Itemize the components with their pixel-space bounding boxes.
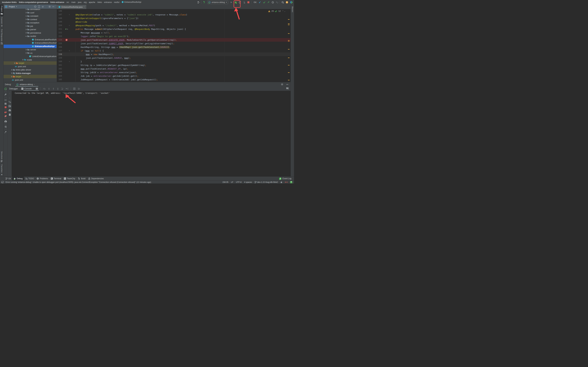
close-icon[interactable]: × <box>34 84 35 85</box>
breadcrumb-item[interactable]: apache <box>88 1 95 3</box>
tree-item-entrancelabelrestfulapi[interactable]: CEntranceLabelRestfulApi <box>4 38 57 41</box>
arrow-up-icon[interactable]: ↑ <box>8 92 11 95</box>
stripe-tab-favorites[interactable]: Favorites★ <box>0 163 3 177</box>
breadcrumb-item[interactable]: incubator-linkis <box>2 1 17 3</box>
tree-item-persistence[interactable]: persistence <box>4 31 57 35</box>
hide-panel-icon[interactable] <box>286 84 288 85</box>
step-over-icon[interactable] <box>43 88 46 90</box>
wrench-icon[interactable] <box>4 93 7 96</box>
soft-wrap-icon[interactable] <box>8 100 11 103</box>
gear-icon[interactable] <box>48 5 51 8</box>
error-stripe-mark[interactable] <box>288 41 290 42</box>
fold-marker-icon[interactable]: ∨ <box>69 14 70 16</box>
tree-item-entrancemetricrestfulapi[interactable]: CEntranceMetricRestfulApi <box>4 41 57 45</box>
drop-frame-icon[interactable] <box>61 88 64 90</box>
code-line-158[interactable]: 158 map = new HashMap<>(); <box>57 52 291 56</box>
layout-settings-icon[interactable] <box>286 87 289 90</box>
collapse-all-icon[interactable] <box>42 5 44 8</box>
tree-item-target[interactable]: target <box>4 61 57 65</box>
toolwindow-toggle-icon[interactable] <box>1 181 4 183</box>
error-stripe-mark[interactable] <box>288 24 290 24</box>
teamcity-run-button[interactable]: TC <box>242 0 246 4</box>
chevron-right-icon[interactable] <box>25 49 27 50</box>
error-stripe-mark[interactable] <box>288 80 290 80</box>
gear-icon[interactable] <box>281 83 283 86</box>
code-with-me-icon[interactable] <box>289 0 293 4</box>
indent-setting[interactable]: 4 spaces <box>244 181 252 183</box>
code-line-150[interactable]: 150∧ @RequestMapping(path = "/submit", m… <box>57 24 291 27</box>
translation-plugin-icon[interactable]: T <box>290 181 292 183</box>
hamburger-icon[interactable] <box>36 88 38 90</box>
build-hammer-icon[interactable] <box>202 0 206 4</box>
step-out-icon[interactable] <box>57 88 59 90</box>
chevron-right-icon[interactable] <box>25 52 27 54</box>
toolwindow-button-git[interactable]: Git <box>4 177 12 181</box>
tree-item-server[interactable]: server <box>4 48 57 51</box>
override-marker-icon[interactable]: @ <box>65 28 68 30</box>
tree-item-job[interactable]: job <box>4 25 57 28</box>
chevron-right-icon[interactable] <box>25 22 27 24</box>
tree-item-scala[interactable]: scala <box>4 58 57 61</box>
step-into-icon[interactable] <box>48 88 50 90</box>
git-push-button[interactable] <box>266 0 270 4</box>
code-line-156[interactable]: 156 HashMap<String, String> map = (HashM… <box>57 45 291 49</box>
status-message[interactable]: Error running 'entance-debug': Unable to… <box>6 181 151 183</box>
git-history-button[interactable] <box>270 0 275 4</box>
tree-item-constant[interactable]: constant <box>4 14 57 18</box>
toolwindow-button-dependencies[interactable]: Dependencies <box>87 177 105 181</box>
rerun-icon[interactable] <box>4 88 7 90</box>
fold-marker-icon[interactable]: ∨ <box>69 50 70 51</box>
chevron-right-icon[interactable] <box>22 59 24 60</box>
chevron-down-icon[interactable] <box>25 36 27 37</box>
view-breakpoints-icon[interactable] <box>4 111 7 114</box>
tree-item-linkis-jdbc-driver[interactable]: linkis-jdbc-driver <box>4 68 57 72</box>
breadcrumb-item[interactable]: linkis-computation-governance <box>18 1 48 3</box>
arrow-down-icon[interactable]: ↓ <box>8 96 11 99</box>
ide-update-icon[interactable] <box>285 0 289 4</box>
chevron-down-icon[interactable]: ▼ <box>16 6 17 7</box>
breadcrumb-item[interactable]: linkis <box>97 1 102 3</box>
tree-item-context[interactable]: context <box>4 18 57 21</box>
show-execution-point-icon[interactable] <box>78 88 80 90</box>
run-button[interactable] <box>229 0 234 4</box>
code-line-165[interactable]: 165 JobRequest jobRequest = ((EntranceJo… <box>57 78 291 81</box>
pin-icon[interactable] <box>4 131 7 133</box>
expand-all-icon[interactable] <box>38 5 40 8</box>
close-icon[interactable]: × <box>84 6 84 8</box>
chevron-right-icon[interactable] <box>25 18 27 20</box>
user-menu-button[interactable] <box>196 0 201 4</box>
chevron-right-icon[interactable] <box>25 9 27 10</box>
chevron-right-icon[interactable] <box>13 62 16 64</box>
stripe-tab-pull-requests[interactable]: Pull Requests <box>0 28 3 46</box>
resume-icon[interactable] <box>4 99 7 101</box>
run-configuration-select[interactable]: entance-debug ▼ <box>207 0 228 4</box>
code-line-155[interactable]: 155 json.put(TaskConstant.SUBMIT_USER, S… <box>57 42 291 45</box>
toolwindow-button-teamcity[interactable]: TCTeamCity <box>62 177 76 181</box>
git-update-button[interactable] <box>258 0 262 4</box>
locate-file-icon[interactable] <box>34 5 36 8</box>
git-rollback-button[interactable] <box>275 0 279 4</box>
plugin-highlight-icon[interactable] <box>285 181 287 183</box>
tree-item-conf[interactable]: conf <box>4 11 57 14</box>
maven-tab[interactable]: Maven <box>291 5 294 13</box>
error-stripe[interactable] <box>288 9 290 82</box>
breakpoint-icon[interactable] <box>65 39 68 41</box>
toolwindow-button-terminal[interactable]: Terminal <box>49 177 62 181</box>
debugger-tab[interactable]: Debugger <box>8 87 19 91</box>
stop-button[interactable] <box>246 0 251 4</box>
tree-item-parser[interactable]: parser <box>4 28 57 31</box>
next-problem-icon[interactable]: ⌄ <box>284 10 285 12</box>
breadcrumb-item[interactable]: restful <box>114 1 120 3</box>
code-line-154[interactable]: 154 json.put(TaskConstant.EXECUTE_USER, … <box>57 38 291 42</box>
tree-item-pom.xml[interactable]: mpom.xml <box>4 65 57 68</box>
tree-item-linkisentranceapplication[interactable]: CLinkisEntranceApplication <box>4 55 57 58</box>
tree-item-pom.xml[interactable]: mpom.xml <box>4 78 57 82</box>
toolwindow-button-build[interactable]: Build <box>76 177 87 181</box>
evaluate-icon[interactable] <box>73 88 76 90</box>
breadcrumb-item[interactable]: src <box>66 1 69 3</box>
stop-icon[interactable] <box>5 106 7 108</box>
code-line-147[interactable]: 147∨ @ApiOperation(value = "submit", not… <box>57 13 291 17</box>
git-commit-button[interactable] <box>262 0 266 4</box>
chevron-right-icon[interactable] <box>10 72 13 74</box>
code-line-162[interactable]: 162 map.put(TaskConstant.REQUEST_IP, ip)… <box>57 67 291 71</box>
